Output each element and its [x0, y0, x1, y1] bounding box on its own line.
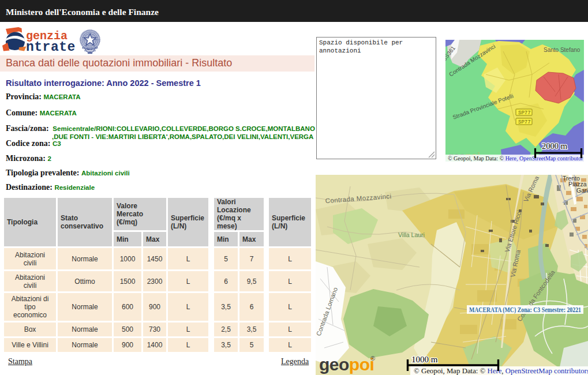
- svg-text:SP77: SP77: [518, 119, 531, 125]
- svg-text:Villa Lauri: Villa Lauri: [398, 231, 425, 238]
- svg-text:2000 m: 2000 m: [542, 141, 568, 151]
- svg-text:Santo Stefano: Santo Stefano: [544, 47, 580, 53]
- svg-text:© Geopoi, Map Data: © Here, Op: © Geopoi, Map Data: © Here, OpenStreetMa…: [414, 367, 588, 375]
- svg-text:© Geopoi, Map Data: © Here, Op: © Geopoi, Map Data: © Here, OpenStreetMa…: [448, 155, 583, 162]
- svg-text:SP77: SP77: [518, 110, 531, 116]
- svg-text:1000 m: 1000 m: [411, 355, 438, 364]
- svg-text:ntrate: ntrate: [26, 40, 76, 55]
- svg-text:Gariba: Gariba: [576, 187, 588, 194]
- svg-text:®: ®: [370, 355, 375, 362]
- svg-text:geopoi: geopoi: [319, 355, 374, 374]
- svg-text:MACERATA (MC) Zona: C3 Semestr: MACERATA (MC) Zona: C3 Semestre: 20221: [469, 306, 581, 314]
